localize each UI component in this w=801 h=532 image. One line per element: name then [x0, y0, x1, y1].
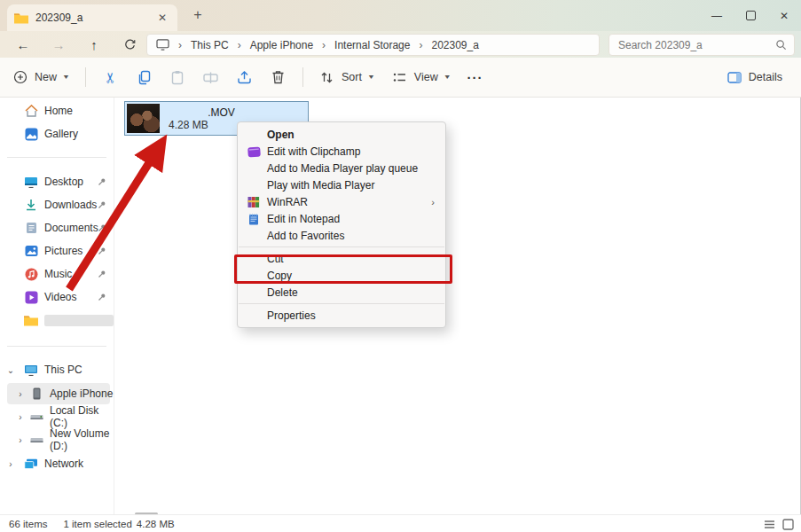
desktop-icon [23, 176, 39, 188]
new-tab-button[interactable]: + [188, 7, 208, 23]
more-options-button[interactable]: ··· [459, 63, 491, 91]
share-button[interactable] [228, 63, 262, 91]
sidebar-item-folder-redacted[interactable] [0, 309, 114, 332]
chevron-collapsed-icon[interactable]: › [5, 459, 16, 469]
view-icon [391, 72, 409, 83]
tab-close-icon[interactable]: ✕ [154, 12, 170, 24]
copy-button[interactable] [127, 63, 161, 91]
sidebar-item-music[interactable]: Music [0, 262, 114, 286]
toolbar-divider [302, 67, 303, 87]
menu-item-edit-with-clipchamp[interactable]: Edit with Clipchamp [238, 143, 445, 160]
maximize-button[interactable] [734, 0, 767, 31]
view-button[interactable]: View ▼ [383, 63, 459, 91]
breadcrumb-this-pc[interactable]: This PC [191, 39, 229, 51]
sidebar-item-new-volume[interactable]: › New Volume (D:) [0, 428, 114, 451]
back-button[interactable]: ← [5, 37, 41, 52]
sidebar-label: Pictures [44, 245, 82, 257]
this-pc-icon [156, 39, 169, 51]
menu-item-add-to-media-player-queue[interactable]: Add to Media Player play queue [238, 160, 445, 176]
redacted-folder-name [44, 315, 114, 326]
file-name: .MOV [161, 106, 281, 119]
selection-size: 4.28 MB [137, 519, 175, 529]
close-button[interactable]: ✕ [767, 0, 801, 31]
chevron-collapsed-icon[interactable]: › [15, 412, 26, 422]
breadcrumb-chevron-icon: › [178, 39, 182, 51]
sidebar-divider [7, 346, 106, 347]
winrar-icon [247, 195, 261, 209]
sidebar-label: Apple iPhone [50, 387, 113, 400]
menu-item-play-with-media-player[interactable]: Play with Media Player [238, 176, 445, 193]
sort-button[interactable]: Sort ▼ [310, 63, 383, 91]
rename-button[interactable] [194, 63, 228, 91]
new-plus-icon [12, 70, 29, 84]
menu-item-winrar[interactable]: WinRAR › [238, 193, 445, 210]
menu-item-edit-in-notepad[interactable]: Edit in Notepad [238, 210, 445, 227]
details-pane-button[interactable]: Details [718, 63, 790, 91]
breadcrumb-current-folder[interactable]: 202309_a [431, 39, 478, 51]
breadcrumb-apple-iphone[interactable]: Apple iPhone [250, 39, 313, 51]
search-box[interactable] [609, 34, 795, 56]
chevron-expanded-icon[interactable]: ⌄ [5, 365, 16, 375]
details-view-toggle[interactable] [764, 520, 775, 529]
sidebar-item-videos[interactable]: Videos [0, 286, 114, 309]
up-button[interactable]: ↑ [76, 37, 112, 52]
navigation-row: ← → ↑ › This PC › Apple iPhone › Interna… [0, 31, 801, 58]
share-icon [236, 70, 254, 84]
menu-item-add-to-favorites[interactable]: Add to Favorites [238, 227, 445, 244]
new-button[interactable]: New ▼ [4, 63, 78, 91]
downloads-icon [23, 199, 39, 211]
sort-label: Sort [342, 71, 362, 83]
forward-button[interactable]: → [41, 37, 76, 52]
thumbnail-view-toggle[interactable] [782, 519, 794, 530]
sidebar-label: Videos [44, 291, 76, 303]
search-input[interactable] [616, 38, 775, 52]
sidebar-label: Gallery [44, 128, 78, 140]
status-bar: 66 items 1 item selected 4.28 MB [0, 514, 801, 532]
breadcrumb-internal-storage[interactable]: Internal Storage [334, 39, 410, 51]
sidebar-divider [7, 157, 106, 158]
sidebar-label: Local Disk (C:) [50, 404, 114, 429]
refresh-button[interactable] [112, 38, 147, 51]
ellipsis-icon: ··· [467, 70, 483, 85]
folder-icon [23, 315, 39, 326]
menu-item-open[interactable]: Open [238, 126, 445, 143]
toolbar-divider [85, 67, 86, 87]
cut-button[interactable]: ✂ [93, 63, 127, 91]
sidebar-item-gallery[interactable]: Gallery [0, 122, 114, 145]
sidebar-label: Downloads [44, 199, 97, 211]
pin-icon [98, 223, 106, 232]
video-thumbnail [127, 104, 160, 133]
address-bar[interactable]: › This PC › Apple iPhone › Internal Stor… [146, 34, 600, 56]
notepad-icon [247, 212, 261, 226]
phone-icon [28, 387, 44, 400]
explorer-tab[interactable]: 202309_a ✕ [7, 4, 177, 31]
sidebar-item-home[interactable]: Home [0, 99, 114, 122]
sidebar-label: Home [44, 105, 73, 117]
sidebar-item-this-pc[interactable]: ⌄ This PC [0, 358, 114, 381]
pin-icon [98, 246, 106, 255]
music-icon [23, 268, 39, 281]
rename-icon [202, 71, 220, 84]
sidebar-label: Desktop [44, 176, 83, 188]
minimize-button[interactable]: — [700, 0, 734, 31]
sidebar-item-downloads[interactable]: Downloads [0, 193, 114, 216]
menu-item-properties[interactable]: Properties [238, 307, 445, 324]
sidebar-item-network[interactable]: › Network [0, 452, 114, 475]
paste-button[interactable] [161, 63, 194, 91]
trash-icon [270, 70, 287, 84]
delete-button[interactable] [262, 63, 295, 91]
sidebar-item-documents[interactable]: Documents [0, 216, 114, 239]
sidebar-item-desktop[interactable]: Desktop [0, 170, 114, 193]
sidebar-label: Network [44, 458, 83, 470]
sidebar-item-local-disk[interactable]: › Local Disk (C:) [0, 405, 114, 428]
menu-item-delete[interactable]: Delete [238, 284, 445, 301]
gallery-icon [23, 128, 39, 141]
chevron-collapsed-icon[interactable]: › [15, 389, 26, 399]
new-label: New [35, 71, 57, 83]
refresh-icon [123, 38, 137, 51]
disk-drive-icon [28, 435, 44, 445]
sidebar-item-apple-iphone[interactable]: › Apple iPhone [0, 382, 114, 405]
chevron-collapsed-icon[interactable]: › [15, 435, 26, 445]
title-bar: 202309_a ✕ + — ✕ [0, 0, 801, 31]
sidebar-item-pictures[interactable]: Pictures [0, 239, 114, 262]
